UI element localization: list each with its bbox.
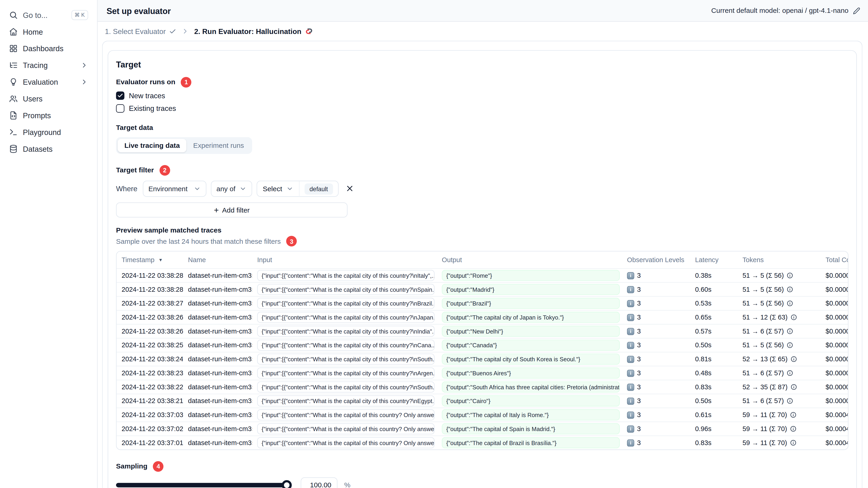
sampling-slider[interactable] [116,480,289,488]
filter-value-select[interactable]: Select [257,185,299,193]
output-preview-box[interactable]: {"output":"Rome"} [442,270,620,281]
output-preview-box[interactable]: {"output":"Cairo"} [442,395,620,406]
output-preview-box[interactable]: {"output":"The capital city of Japan is … [442,312,620,323]
cell-observation-levels: i3 [622,439,690,447]
table-row[interactable]: 2024-11-22 03:38:22 dataset-run-item-cm3… [117,380,848,394]
input-preview-box[interactable]: {"input":[{"content":"What is the capita… [257,284,435,295]
column-header-name[interactable]: Name [183,256,252,264]
table-row[interactable]: 2024-11-22 03:38:26 dataset-run-item-cm3… [117,324,848,338]
info-icon[interactable] [787,328,794,334]
sampling-value-input[interactable]: 100.00 [301,477,337,488]
app-root: Go to... ⌘ K Home Dashboards Tracing Eva… [0,0,868,488]
info-icon[interactable] [790,384,797,390]
info-icon[interactable] [787,397,794,404]
breadcrumb-step1[interactable]: 1. Select Evaluator [105,27,176,35]
table-row[interactable]: 2024-11-22 03:38:26 dataset-run-item-cm3… [117,310,848,324]
table-row[interactable]: 2024-11-22 03:38:25 dataset-run-item-cm3… [117,338,848,352]
table-row[interactable]: 2024-11-22 03:37:01 dataset-run-item-cm3… [117,435,848,449]
input-preview-box[interactable]: {"input":[{"content":"What is the capita… [257,409,435,421]
goto-label: Go to... [23,11,48,19]
output-preview-box[interactable]: {"output":"Buenos Aires"} [442,367,620,379]
input-preview-box[interactable]: {"input":[{"content":"What is the capita… [257,423,435,434]
info-icon[interactable] [790,314,797,321]
table-row[interactable]: 2024-11-22 03:37:02 dataset-run-item-cm3… [117,422,848,436]
search-icon [9,10,18,20]
sidebar-item-playground[interactable]: Playground [5,124,91,140]
info-icon[interactable] [790,412,797,418]
info-icon[interactable] [790,426,797,432]
sidebar-item-datasets[interactable]: Datasets [5,140,91,157]
output-preview-box[interactable]: {"output":"The capital of Spain is Madri… [442,423,620,434]
table-row[interactable]: 2024-11-22 03:38:28 dataset-run-item-cm3… [117,282,848,296]
cell-tokens: 52 → 13 (Σ 65) [738,355,821,363]
column-header-output[interactable]: Output [437,256,622,264]
sidebar-item-users[interactable]: Users [5,91,91,107]
info-icon[interactable] [787,286,794,293]
info-icon[interactable] [787,272,794,279]
table-row[interactable]: 2024-11-22 03:38:28 dataset-run-item-cm3… [117,268,848,282]
table-row[interactable]: 2024-11-22 03:38:27 dataset-run-item-cm3… [117,296,848,310]
input-preview-box[interactable]: {"input":[{"content":"What is the capita… [257,298,435,309]
output-preview-box[interactable]: {"output":"Madrid"} [442,284,620,295]
table-row[interactable]: 2024-11-22 03:37:03 dataset-run-item-cm3… [117,408,848,422]
column-header-observation-levels[interactable]: Observation Levels [622,256,690,264]
output-preview-box[interactable]: {"output":"Brazil"} [442,298,620,309]
tab-live-tracing-data[interactable]: Live tracing data [118,139,187,152]
output-preview-box[interactable]: {"output":"The capital of Brazil is Bras… [442,437,620,449]
sidebar-item-tracing[interactable]: Tracing [5,57,91,74]
cell-latency: 0.50s [690,397,737,405]
info-icon[interactable] [787,342,794,349]
slider-thumb[interactable] [282,480,292,488]
info-icon[interactable] [787,370,794,377]
info-icon[interactable] [790,440,797,446]
input-preview-box[interactable]: {"input":[{"content":"What is the capita… [257,395,435,406]
info-level-icon: i [627,369,634,377]
chevron-down-icon [286,185,293,193]
input-preview-box[interactable]: {"input":[{"content":"What is the capita… [257,326,435,337]
column-header-total-cost[interactable]: Total Cost [821,256,848,264]
cell-observation-levels: i3 [622,425,690,433]
sidebar-item-evaluation[interactable]: Evaluation [5,74,91,91]
column-header-timestamp[interactable]: Timestamp▼ [117,256,183,264]
output-preview-box[interactable]: {"output":"Canada"} [442,339,620,351]
table-row[interactable]: 2024-11-22 03:38:24 dataset-run-item-cm3… [117,352,848,366]
output-preview-box[interactable]: {"output":"New Delhi"} [442,326,620,337]
new-traces-checkbox[interactable] [116,91,124,99]
goto-search[interactable]: Go to... ⌘ K [5,7,91,24]
table-row[interactable]: 2024-11-22 03:38:23 dataset-run-item-cm3… [117,366,848,380]
output-preview-box[interactable]: {"output":"The capital city of South Kor… [442,354,620,365]
filter-operator-select[interactable]: any of [211,181,252,197]
sidebar-item-prompts[interactable]: Prompts [5,107,91,124]
remove-filter-button[interactable] [345,184,355,194]
cell-latency: 0.38s [690,271,737,279]
input-preview-box[interactable]: {"input":[{"content":"What is the capita… [257,312,435,323]
add-filter-button[interactable]: + Add filter [116,202,347,218]
existing-traces-checkbox[interactable] [116,104,124,112]
input-preview-box[interactable]: {"input":[{"content":"What is the capita… [257,382,435,393]
table-row[interactable]: 2024-11-22 03:38:21 dataset-run-item-cm3… [117,394,848,408]
input-preview-box[interactable]: {"input":[{"content":"What is the capita… [257,354,435,365]
input-preview-box[interactable]: {"input":[{"content":"What is the capita… [257,367,435,379]
column-header-latency[interactable]: Latency [690,256,737,264]
content-scroll-container[interactable]: Target Evaluator runs on 1 New traces Ex… [102,41,863,488]
target-filter-label: Target filter [116,166,154,174]
filter-column-select[interactable]: Environment [143,181,207,197]
cell-input: {"input":[{"content":"What is the capita… [252,354,437,365]
tab-experiment-runs[interactable]: Experiment runs [186,139,250,152]
info-icon[interactable] [790,356,797,362]
sidebar-item-home[interactable]: Home [5,24,91,40]
input-preview-box[interactable]: {"input":[{"content":"What is the capita… [257,339,435,351]
input-preview-box[interactable]: {"input":[{"content":"What is the capita… [257,270,435,281]
edit-model-icon[interactable] [853,7,860,14]
sidebar-item-dashboards[interactable]: Dashboards [5,40,91,57]
input-preview-box[interactable]: {"input":[{"content":"What is the capita… [257,437,435,449]
main-area: Set up evaluator Current default model: … [98,0,868,488]
column-header-tokens[interactable]: Tokens [738,256,821,264]
output-preview-box[interactable]: {"output":"The capital of Italy is Rome.… [442,409,620,421]
cell-observation-levels: i3 [622,355,690,363]
column-header-input[interactable]: Input [252,256,437,264]
step-badge-4: 4 [153,461,163,471]
output-preview-box[interactable]: {"output":"South Africa has three capita… [442,382,620,393]
info-icon[interactable] [787,300,794,307]
cell-output: {"output":"Cairo"} [437,395,622,406]
